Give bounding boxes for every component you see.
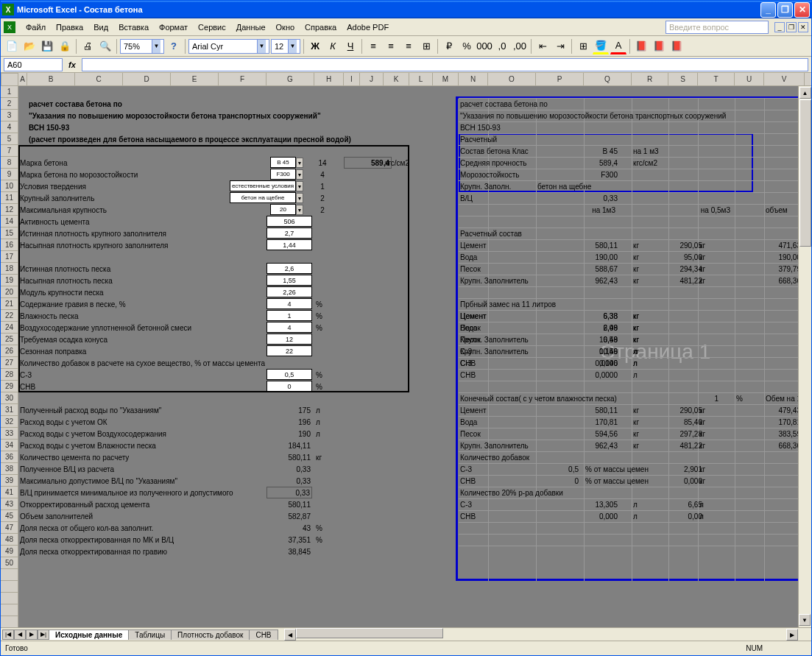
cell-N25[interactable]: Песок <box>459 334 540 345</box>
col-head-P[interactable]: P <box>536 73 584 86</box>
scroll-up-icon[interactable]: ▲ <box>799 87 811 99</box>
menu-tools[interactable]: Сервис <box>194 21 230 33</box>
cell-H24[interactable]: % <box>314 322 336 334</box>
maximize-button[interactable]: ❐ <box>777 2 793 18</box>
cell-T34[interactable]: кг <box>698 440 707 451</box>
cell-B5[interactable]: (расчет произведен для бетона насыщаемог… <box>27 133 425 145</box>
cell-T32[interactable]: кг <box>698 416 707 428</box>
print-icon[interactable]: 🖨 <box>80 38 96 54</box>
select-r9[interactable]: F300 <box>270 169 296 180</box>
cell-A8[interactable]: Марка бетона <box>18 157 239 169</box>
row-head-5[interactable]: 5 <box>1 133 18 145</box>
cell-G32[interactable]: 196 <box>266 416 312 428</box>
cell-V19[interactable]: 668,36 <box>764 275 802 286</box>
cell-N8[interactable]: Средняя прочность <box>459 157 529 169</box>
input-G22[interactable]: 1 <box>266 310 312 321</box>
cell-A31[interactable]: Полученный расход воды по "Указаниям" <box>18 404 283 416</box>
cell-N41[interactable]: Количество 20% р-ра добавки <box>459 487 565 498</box>
menu-file[interactable]: Файл <box>21 21 50 33</box>
sheet-tab-1[interactable]: Таблицы <box>128 629 172 640</box>
col-head-E[interactable]: E <box>171 73 219 86</box>
input-G18[interactable]: 2,6 <box>266 263 312 274</box>
cell-A29[interactable]: СНВ <box>18 381 283 392</box>
cell-B2[interactable]: расчет состава бетона по <box>27 98 124 110</box>
col-head-T[interactable]: T <box>698 73 735 86</box>
cell-A41[interactable]: В/Ц принимается минимальное из полученно… <box>18 487 291 498</box>
cell-P10[interactable]: бетон на щебне <box>536 180 624 192</box>
underline-icon[interactable]: Ч <box>342 38 359 54</box>
cell-N43[interactable]: С-3 <box>459 498 473 510</box>
cell-Q19[interactable]: 962,43 <box>584 275 619 286</box>
cell-N26[interactable]: Крупн. Заполнитель <box>459 345 540 357</box>
cell-N34[interactable]: Крупн. Заполнитель <box>459 440 540 451</box>
chevron-down-icon[interactable]: ▼ <box>257 40 266 53</box>
sheet-tab-3[interactable]: СНВ <box>249 629 278 640</box>
cell-A15[interactable]: Истинная плотность крупного заполнителя <box>18 228 283 239</box>
scroll-right-icon[interactable]: ▶ <box>786 629 798 641</box>
cell-A48[interactable]: Доля песка откорректированная по МК и В/… <box>18 534 283 546</box>
select-r12[interactable]: 20 <box>270 204 296 215</box>
row-head-3[interactable]: 3 <box>1 110 18 121</box>
row-head-18[interactable]: 18 <box>1 263 18 275</box>
row-head-48[interactable]: 48 <box>1 534 18 546</box>
row-head-27[interactable]: 27 <box>1 357 18 369</box>
cell-P39[interactable]: 0 <box>536 475 580 487</box>
cell-T17[interactable]: кг <box>698 251 707 263</box>
cell-A28[interactable]: С-3 <box>18 369 283 381</box>
inc-decimal-icon[interactable]: ,0 <box>494 38 510 54</box>
row-head-2[interactable]: 2 <box>1 98 18 110</box>
cell-R31[interactable]: кг <box>632 404 640 416</box>
cell-A22[interactable]: Влажность песка <box>18 310 283 322</box>
cell-A49[interactable]: Доля песка откорректированная по гравию <box>18 546 283 557</box>
menu-help[interactable]: Справка <box>300 21 341 33</box>
tab-nav-next[interactable]: ▶ <box>26 629 38 640</box>
percent-icon[interactable]: % <box>459 38 475 54</box>
pdf-icon[interactable]: 📕 <box>633 38 649 54</box>
cell-V32[interactable]: 170,81 <box>764 416 802 428</box>
input-G15[interactable]: 2,7 <box>266 228 312 239</box>
cell-V31[interactable]: 479,43 <box>764 404 802 416</box>
help-icon[interactable]: ? <box>166 38 182 54</box>
col-head-U[interactable]: U <box>735 73 764 86</box>
cell-G31[interactable]: 175 <box>266 404 312 416</box>
menu-edit[interactable]: Правка <box>52 21 88 33</box>
col-head-G[interactable]: G <box>266 73 314 86</box>
titlebar[interactable]: X Microsoft Excel - Состав бетона _ ❐ ✕ <box>1 1 811 18</box>
row-head-15[interactable]: 15 <box>1 228 18 239</box>
cell-N22[interactable]: Цемент <box>459 310 540 322</box>
cell-H11[interactable]: 2 <box>314 192 331 204</box>
cell-T43[interactable]: л <box>698 498 705 510</box>
select-r11[interactable]: бетон на щебне <box>230 192 296 203</box>
pdf2-icon[interactable]: 📕 <box>651 38 667 54</box>
chevron-down-icon[interactable]: ▼ <box>152 40 160 53</box>
cell-N45[interactable]: СНВ <box>459 510 477 522</box>
cell-V12[interactable]: объем <box>764 204 789 216</box>
cell-Q34[interactable]: 962,43 <box>584 440 619 451</box>
cell-A10[interactable]: Условия твердения <box>18 180 239 192</box>
cell-B4[interactable]: ВСН 150-93 <box>27 121 71 133</box>
cell-H10[interactable]: 1 <box>314 180 331 192</box>
sheet-tab-0[interactable]: Исходные данные <box>49 629 129 640</box>
cell-A19[interactable]: Насыпная плотность песка <box>18 275 283 286</box>
row-head-8[interactable]: 8 <box>1 157 18 169</box>
cell-G39[interactable]: 0,33 <box>266 475 312 487</box>
cell-G49[interactable]: 38,845 <box>266 546 312 557</box>
cell-V34[interactable]: 668,36 <box>764 440 802 451</box>
cell-T18[interactable]: кг <box>698 263 707 275</box>
cell-A47[interactable]: Доля песка от общего кол-ва заполнит. <box>18 522 283 534</box>
cell-Q22[interactable]: 6,38 <box>584 310 619 322</box>
input-G20[interactable]: 2,26 <box>266 286 312 297</box>
row-head-43[interactable]: 43 <box>1 498 18 510</box>
hscroll-thumb[interactable] <box>296 628 443 638</box>
select-r10[interactable]: естественные условия <box>230 180 296 191</box>
comma-icon[interactable]: 000 <box>476 38 493 54</box>
cell-Q32[interactable]: 170,81 <box>584 416 619 428</box>
col-head-D[interactable]: D <box>123 73 171 86</box>
menu-adobepdf[interactable]: Adobe PDF <box>342 21 393 33</box>
currency-icon[interactable]: ₽ <box>441 38 457 54</box>
scroll-left-icon[interactable]: ◀ <box>284 629 296 641</box>
cell-T30[interactable]: 1 <box>698 392 720 404</box>
cell-Q8[interactable]: 589,4 <box>584 157 619 169</box>
input-G19[interactable]: 1,55 <box>266 275 312 286</box>
row-head-39[interactable]: 39 <box>1 475 18 487</box>
